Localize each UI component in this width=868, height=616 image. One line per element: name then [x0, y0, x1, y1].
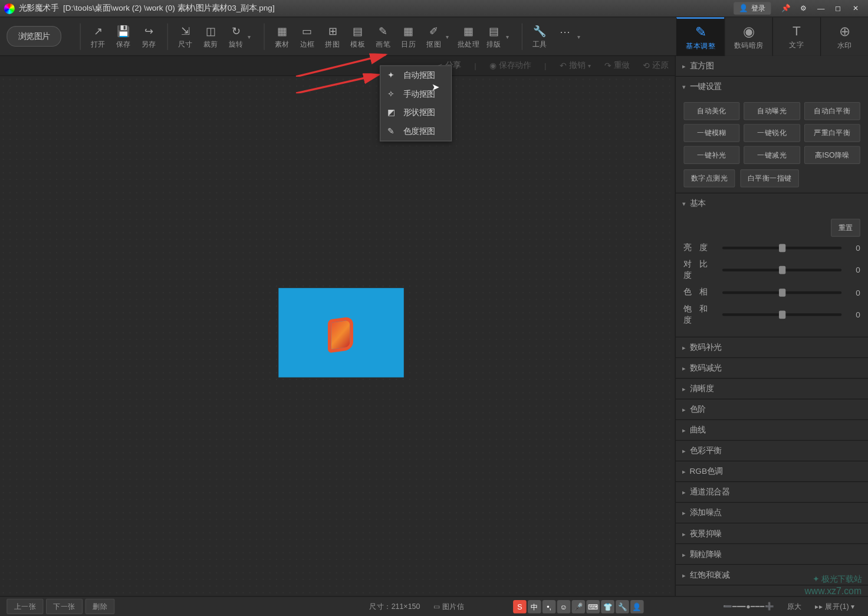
redo-button[interactable]: ↷重做 — [604, 60, 630, 71]
btn-fill-light[interactable]: 一键补光 — [683, 146, 739, 164]
menu-auto-cutout[interactable]: ✦自动抠图 — [380, 66, 451, 85]
slider-track[interactable] — [722, 268, 841, 271]
tool-open[interactable]: ↗打开 — [86, 24, 110, 50]
menu-manual-cutout[interactable]: ✧手动抠图 — [380, 85, 451, 104]
menu-chroma-cutout[interactable]: ✎色度抠图 — [380, 122, 451, 141]
chevron-right-icon: ▸ — [682, 489, 686, 496]
section-rgb-tone[interactable]: ▸RGB色调 — [676, 461, 868, 481]
more-dropdown[interactable]: ▾ — [577, 33, 584, 40]
expand-toggle[interactable]: ▸▸ 展开(1) ▾ — [815, 601, 854, 611]
close-button[interactable]: ✕ — [847, 2, 864, 14]
zoom-slider[interactable]: ➖━━━●━━━➕ — [723, 602, 774, 611]
slider-track[interactable] — [722, 313, 841, 316]
tool-border[interactable]: ▭边框 — [295, 24, 320, 50]
tool-material[interactable]: ▦素材 — [270, 24, 294, 50]
section-levels[interactable]: ▸色阶 — [676, 399, 868, 420]
tool-collage[interactable]: ⊞拼图 — [321, 24, 345, 50]
tool-tools[interactable]: 🔧工具 — [528, 24, 552, 50]
btn-spot-meter[interactable]: 数字点测光 — [683, 169, 735, 188]
slider-thumb[interactable] — [778, 244, 785, 252]
canvas[interactable] — [0, 76, 675, 596]
restore-button[interactable]: ⟲还原 — [643, 60, 668, 71]
slider-track[interactable] — [722, 247, 841, 250]
ime-user-icon[interactable]: 👤 — [630, 600, 644, 614]
tool-calendar[interactable]: ▦日历 — [396, 24, 420, 50]
ime-punct-icon[interactable]: •, — [542, 600, 556, 614]
tool-template[interactable]: ▤模板 — [346, 24, 370, 50]
image-preview[interactable] — [278, 288, 403, 377]
settings-button[interactable]: ⚙ — [795, 2, 812, 14]
tool-brush[interactable]: ✎画笔 — [371, 24, 395, 50]
slider-thumb[interactable] — [778, 266, 785, 274]
slider-track[interactable] — [722, 291, 841, 294]
section-oneclick[interactable]: ▾一键设置 — [676, 77, 868, 97]
chevron-right-icon: ▸ — [682, 447, 686, 454]
tab-text[interactable]: T文字 — [772, 17, 820, 56]
browse-button[interactable]: 浏览图片 — [6, 26, 61, 47]
section-curves[interactable]: ▸曲线 — [676, 420, 868, 440]
section-basic[interactable]: ▾基本 — [676, 194, 868, 214]
btn-oneclick-blur[interactable]: 一键模糊 — [683, 124, 739, 142]
btn-high-iso[interactable]: 高ISO降噪 — [804, 146, 860, 164]
section-digital-reduce[interactable]: ▸数码减光 — [676, 358, 868, 378]
menu-shape-cutout[interactable]: ◩形状抠图 — [380, 103, 451, 122]
section-digital-fill[interactable]: ▸数码补光 — [676, 338, 868, 358]
ime-tool-icon[interactable]: 🔧 — [616, 600, 629, 614]
tool-cutout[interactable]: ✐抠图 — [422, 24, 446, 50]
btn-reset[interactable]: 重置 — [831, 219, 860, 237]
tool-save[interactable]: 💾保存 — [111, 24, 136, 50]
delete-button[interactable]: 删除 — [86, 599, 115, 614]
restore-icon: ⟲ — [643, 61, 649, 70]
cutout-dropdown[interactable]: ▾ — [446, 33, 452, 40]
minimize-button[interactable]: — — [812, 2, 829, 14]
ime-zh-icon[interactable]: 中 — [528, 600, 541, 614]
section-grain-denoise[interactable]: ▸颗粒降噪 — [676, 544, 868, 564]
ime-s-icon[interactable]: S — [513, 600, 527, 614]
rotate-dropdown[interactable]: ▾ — [248, 33, 254, 40]
tool-saveas[interactable]: ↪另存 — [137, 24, 161, 50]
tool-layout[interactable]: ▤排版 — [482, 24, 506, 50]
ime-emoji-icon[interactable]: ☺ — [557, 600, 571, 614]
slider-contrast: 对 比 度 0 — [683, 258, 860, 281]
tool-more[interactable]: ⋯ — [553, 24, 577, 48]
next-button[interactable]: 下一张 — [46, 599, 83, 614]
image-info[interactable]: ▭ 图片信 — [433, 601, 464, 611]
tool-batch[interactable]: ▦批处理 — [456, 24, 481, 50]
bottom-bar: 上一张 下一张 删除 尺寸：211×150 ▭ 图片信 ➖━━━●━━━➕ 原大… — [0, 596, 868, 616]
save-action-button[interactable]: ◉保存动作 — [489, 60, 531, 71]
btn-auto-beautify[interactable]: 自动美化 — [683, 102, 739, 120]
btn-auto-exposure[interactable]: 自动曝光 — [744, 102, 800, 120]
layout-dropdown[interactable]: ▾ — [506, 33, 512, 40]
slider-thumb[interactable] — [778, 311, 785, 319]
ime-mic-icon[interactable]: 🎤 — [572, 600, 586, 614]
btn-oneclick-sharpen[interactable]: 一键锐化 — [744, 124, 800, 142]
original-size[interactable]: 原大 — [787, 601, 802, 611]
section-add-noise[interactable]: ▸添加噪点 — [676, 503, 868, 523]
section-histogram[interactable]: ▸直方图 — [676, 56, 868, 76]
section-clarity[interactable]: ▸清晰度 — [676, 379, 868, 399]
tool-rotate[interactable]: ↻旋转 — [224, 24, 248, 50]
section-red-sat-decay[interactable]: ▸红饱和衰减 — [676, 565, 868, 585]
section-color-balance[interactable]: ▸色彩平衡 — [676, 441, 868, 461]
tool-size[interactable]: ⇲尺寸 — [173, 24, 198, 50]
login-button[interactable]: 👤 登录 — [734, 2, 771, 14]
prev-button[interactable]: 上一张 — [6, 599, 43, 614]
record-icon: ◉ — [489, 61, 496, 70]
section-channel-mixer[interactable]: ▸通道混合器 — [676, 482, 868, 502]
calendar-icon: ▦ — [401, 24, 416, 38]
undo-button[interactable]: ↶撤销▾ — [560, 60, 591, 71]
slider-thumb[interactable] — [778, 289, 785, 297]
tab-watermark[interactable]: ⊕水印 — [820, 17, 868, 56]
tab-darkroom[interactable]: ◉数码暗房 — [724, 17, 772, 56]
maximize-button[interactable]: ◻ — [830, 2, 847, 14]
tool-crop[interactable]: ◫裁剪 — [199, 24, 223, 50]
tab-basic-adjust[interactable]: ✎基本调整 — [676, 17, 724, 56]
ime-keyboard-icon[interactable]: ⌨ — [586, 600, 600, 614]
ime-skin-icon[interactable]: 👕 — [601, 600, 614, 614]
pin-button[interactable]: 📌 — [778, 2, 795, 14]
btn-auto-whitebalance[interactable]: 自动白平衡 — [804, 102, 860, 120]
section-night-denoise[interactable]: ▸夜景抑噪 — [676, 523, 868, 543]
btn-reduce-light[interactable]: 一键减光 — [744, 146, 800, 164]
btn-severe-wb[interactable]: 严重白平衡 — [804, 124, 860, 142]
btn-wb-onekey[interactable]: 白平衡一指键 — [740, 169, 798, 188]
